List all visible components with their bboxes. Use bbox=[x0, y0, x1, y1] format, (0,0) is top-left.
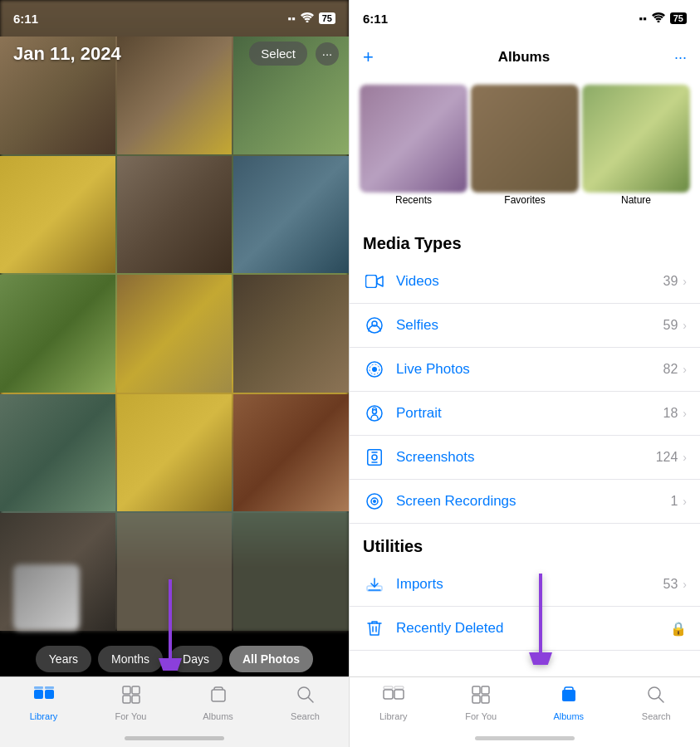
list-item-imports[interactable]: Imports 53 › bbox=[350, 563, 700, 607]
nav-search-right-label: Search bbox=[642, 711, 671, 721]
trash-icon bbox=[363, 617, 386, 640]
tab-years[interactable]: Years bbox=[36, 646, 91, 672]
media-types-header: Media Types bbox=[350, 221, 700, 260]
svg-point-21 bbox=[373, 410, 377, 414]
svg-rect-5 bbox=[34, 686, 43, 689]
date-title: Jan 11, 2024 bbox=[13, 43, 121, 65]
screenrecordings-label: Screen Recordings bbox=[396, 493, 670, 510]
photo-grid bbox=[0, 37, 349, 631]
list-item-screenshots[interactable]: Screenshots 124 › bbox=[350, 436, 700, 480]
screenshots-count: 124 bbox=[656, 450, 678, 465]
list-item-livephotos[interactable]: Live Photos 82 › bbox=[350, 348, 700, 392]
screenshot-icon bbox=[363, 446, 386, 469]
chevron-icon: › bbox=[683, 319, 687, 332]
left-panel: 6:11 ▪▪ 75 bbox=[0, 0, 350, 747]
svg-rect-35 bbox=[482, 686, 489, 694]
home-indicator-left bbox=[125, 736, 224, 740]
imports-label: Imports bbox=[396, 576, 663, 593]
photo-cell bbox=[117, 394, 233, 512]
nav-library[interactable]: Library bbox=[15, 686, 73, 721]
screenshots-label: Screenshots bbox=[396, 449, 656, 466]
photo-cell bbox=[0, 275, 115, 393]
select-button[interactable]: Select bbox=[249, 42, 307, 66]
nav-search-left[interactable]: Search bbox=[277, 686, 335, 721]
svg-point-39 bbox=[649, 687, 660, 699]
header-buttons: Select ··· bbox=[249, 42, 339, 66]
photo-cell bbox=[233, 513, 349, 631]
video-icon bbox=[363, 270, 386, 293]
utilities-header: Utilities bbox=[350, 524, 700, 563]
nav-albums-right-label: Albums bbox=[553, 711, 584, 721]
svg-rect-7 bbox=[123, 686, 130, 694]
svg-rect-8 bbox=[132, 686, 140, 694]
nav-foryou-left[interactable]: For You bbox=[102, 686, 160, 721]
nav-albums-left-label: Albums bbox=[203, 711, 233, 721]
album-item[interactable]: Nature bbox=[582, 85, 690, 208]
bottom-nav-left: Library For You Albums bbox=[0, 676, 349, 747]
list-item-screenrecordings[interactable]: Screen Recordings 1 › bbox=[350, 480, 700, 524]
list-item-recentlydeleted[interactable]: Recently Deleted 🔒 bbox=[350, 607, 700, 651]
tab-switcher: Years Months Days All Photos bbox=[0, 646, 349, 672]
album-thumb-1 bbox=[360, 85, 467, 193]
svg-rect-3 bbox=[34, 690, 43, 699]
bottom-nav-right: Library For You Albums bbox=[350, 676, 700, 747]
svg-rect-33 bbox=[394, 686, 404, 689]
tab-months[interactable]: Months bbox=[98, 646, 163, 672]
library-icon bbox=[33, 686, 55, 709]
status-icons-right: ▪▪ 75 bbox=[639, 12, 687, 25]
svg-rect-32 bbox=[384, 686, 393, 689]
nav-library-right-label: Library bbox=[379, 711, 408, 721]
albums-scroll[interactable]: Recents Favorites Nature Media Types Vid… bbox=[350, 78, 700, 676]
lock-icon: 🔒 bbox=[670, 621, 687, 637]
battery-icon-right: 75 bbox=[670, 12, 687, 24]
nav-foryou-right-label: For You bbox=[465, 711, 497, 721]
svg-rect-34 bbox=[472, 686, 480, 694]
search-icon-right bbox=[647, 686, 665, 709]
add-album-button[interactable]: + bbox=[363, 46, 374, 68]
status-bar-right: 6:11 ▪▪ 75 bbox=[350, 0, 700, 37]
albums-more-button[interactable]: ··· bbox=[674, 49, 687, 66]
time-left: 6:11 bbox=[13, 12, 38, 26]
album-thumb-2 bbox=[471, 85, 579, 193]
chevron-icon: › bbox=[683, 578, 687, 591]
tab-allphotos[interactable]: All Photos bbox=[229, 646, 313, 672]
albums-icon-right bbox=[560, 686, 578, 709]
nav-albums-right[interactable]: Albums bbox=[540, 686, 598, 721]
home-indicator-right bbox=[475, 736, 575, 740]
chevron-icon: › bbox=[683, 363, 687, 376]
wifi-icon bbox=[301, 12, 314, 25]
photo-thumbnail bbox=[13, 564, 80, 631]
nav-search-right[interactable]: Search bbox=[627, 686, 685, 721]
albums-icon-left bbox=[209, 686, 228, 709]
list-item-selfies[interactable]: Selfies 59 › bbox=[350, 304, 700, 348]
svg-rect-38 bbox=[562, 690, 575, 701]
photo-cell bbox=[117, 275, 233, 393]
status-icons-left: ▪▪ 75 bbox=[288, 12, 335, 25]
nav-library-right[interactable]: Library bbox=[365, 686, 423, 721]
signal-icon: ▪▪ bbox=[288, 12, 296, 25]
svg-point-13 bbox=[657, 20, 659, 22]
nav-foryou-left-label: For You bbox=[115, 711, 147, 721]
list-item-videos[interactable]: Videos 39 › bbox=[350, 260, 700, 304]
svg-rect-10 bbox=[132, 696, 140, 703]
import-icon bbox=[363, 573, 386, 596]
more-button[interactable]: ··· bbox=[316, 42, 339, 66]
nav-foryou-right[interactable]: For You bbox=[452, 686, 510, 721]
tab-days[interactable]: Days bbox=[169, 646, 223, 672]
right-panel: 6:11 ▪▪ 75 + Albums ··· Recents bbox=[350, 0, 700, 747]
nav-albums-left[interactable]: Albums bbox=[189, 686, 247, 721]
svg-rect-31 bbox=[394, 690, 404, 699]
selfie-icon bbox=[363, 314, 386, 337]
album-item[interactable]: Favorites bbox=[471, 85, 579, 208]
album-item[interactable]: Recents bbox=[360, 85, 467, 208]
library-icon-right bbox=[383, 686, 404, 709]
portrait-label: Portrait bbox=[396, 405, 663, 422]
livephotos-count: 82 bbox=[663, 362, 678, 377]
selfies-count: 59 bbox=[663, 318, 678, 333]
albums-title: Albums bbox=[498, 49, 550, 66]
status-bar-left: 6:11 ▪▪ 75 bbox=[0, 0, 349, 37]
list-item-portrait[interactable]: Portrait 18 › bbox=[350, 392, 700, 436]
album-name-3: Nature bbox=[582, 193, 690, 208]
svg-rect-9 bbox=[123, 696, 130, 703]
portrait-count: 18 bbox=[663, 406, 678, 421]
